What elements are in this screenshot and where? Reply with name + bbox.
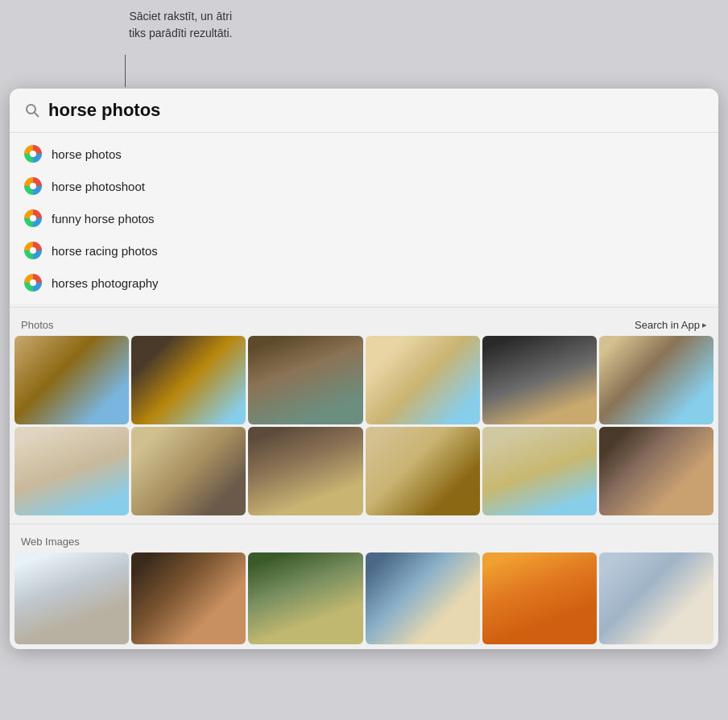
photo-cell[interactable]: [248, 427, 362, 515]
web-images-section-title: Web Images: [21, 536, 80, 548]
search-in-app-arrow-icon: ▸: [702, 320, 707, 330]
suggestion-item[interactable]: horse photos: [10, 138, 718, 170]
tooltip: Sāciet rakstīt, un ātri tiks parādīti re…: [129, 8, 232, 42]
suggestion-label: horse photoshoot: [52, 180, 145, 193]
search-in-app-button[interactable]: Search in App ▸: [635, 319, 707, 331]
tooltip-line2: tiks parādīti rezultāti.: [129, 27, 232, 39]
suggestion-label: funny horse photos: [52, 212, 155, 226]
svg-point-0: [27, 105, 35, 114]
photo-cell[interactable]: [366, 427, 480, 515]
safari-icon: [24, 274, 42, 292]
photo-cell[interactable]: [14, 336, 129, 424]
web-image-cell[interactable]: [366, 552, 480, 644]
safari-icon: [24, 242, 42, 259]
suggestion-item[interactable]: horse racing photos: [10, 234, 718, 267]
photos-section-title: Photos: [21, 319, 53, 331]
photos-grid: [10, 336, 718, 520]
photo-cell[interactable]: [599, 336, 714, 424]
divider: [10, 523, 718, 524]
svg-line-1: [35, 113, 39, 117]
search-bar: horse photos: [10, 89, 718, 133]
suggestion-label: horse photos: [52, 147, 122, 161]
safari-icon: [24, 209, 42, 227]
photo-cell[interactable]: [482, 427, 597, 515]
photo-cell[interactable]: [131, 336, 246, 424]
photo-cell[interactable]: [599, 427, 714, 515]
suggestion-label: horses photography: [52, 276, 159, 290]
web-image-cell[interactable]: [599, 552, 714, 644]
search-in-app-label: Search in App: [635, 319, 700, 331]
photos-section-header: Photos Search in App ▸: [10, 311, 718, 336]
search-query[interactable]: horse photos: [48, 100, 704, 121]
photo-cell[interactable]: [482, 336, 597, 424]
suggestions-list: horse photos horse photoshoot funny hors…: [10, 133, 718, 304]
search-container: horse photos horse photos horse photosho…: [10, 89, 718, 649]
web-image-cell[interactable]: [482, 552, 597, 644]
tooltip-line1: Sāciet rakstīt, un ātri: [129, 10, 232, 23]
suggestion-label: horse racing photos: [52, 244, 158, 258]
search-icon: [24, 102, 40, 118]
divider: [10, 307, 718, 308]
photo-cell[interactable]: [131, 427, 246, 515]
photo-cell[interactable]: [14, 427, 129, 515]
web-images-grid: [10, 552, 718, 649]
tooltip-line-connector: [125, 55, 126, 87]
suggestion-item[interactable]: funny horse photos: [10, 202, 718, 234]
safari-icon: [24, 145, 42, 163]
web-image-cell[interactable]: [14, 552, 129, 644]
photo-cell[interactable]: [366, 336, 480, 424]
photo-cell[interactable]: [248, 336, 362, 424]
web-image-cell[interactable]: [248, 552, 362, 644]
safari-icon: [24, 177, 42, 195]
suggestion-item[interactable]: horses photography: [10, 267, 718, 299]
web-images-section-header: Web Images: [10, 528, 718, 552]
suggestion-item[interactable]: horse photoshoot: [10, 170, 718, 202]
web-image-cell[interactable]: [131, 552, 246, 644]
